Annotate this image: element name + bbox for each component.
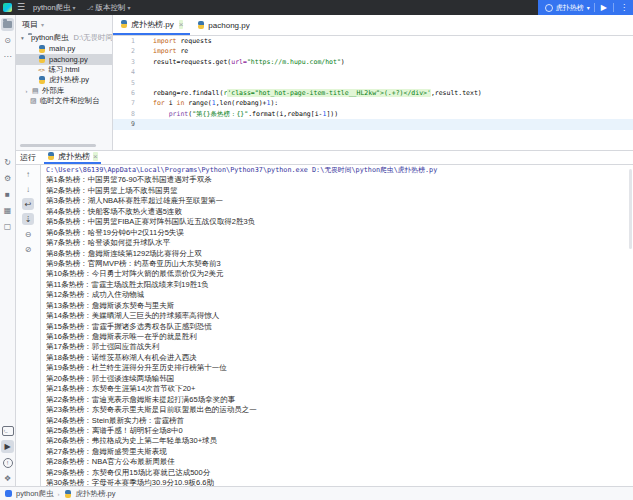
run-settings-icon[interactable]: ⚙ [1, 172, 14, 185]
console-line: 第7条热榜：哈登谈如何提升球队水平 [46, 238, 633, 248]
soft-wrap-icon[interactable]: ↩ [22, 198, 34, 210]
console-line: 第6条热榜：哈登19分钟6中2仅11分5失误 [46, 228, 633, 238]
line-number: 2 [113, 46, 141, 56]
line-number: 7 [113, 98, 141, 108]
console-line: 第11条热榜：雷霆主场战胜太阳战绩来到19胜1负 [46, 280, 633, 290]
breadcrumb-file[interactable]: 虎扑热榜.py [76, 489, 116, 499]
divider [613, 3, 614, 12]
rerun-icon[interactable]: ↻ [1, 156, 14, 169]
console-line: 第20条热榜：郭士强谈连续两场输韩国 [46, 374, 633, 384]
stop-icon[interactable]: ■ [1, 188, 14, 201]
terminal-icon: ›_ [2, 426, 14, 436]
run-panel-header: 运行 虎扑热榜 × [16, 151, 633, 163]
console-scrollbar[interactable] [629, 169, 632, 249]
console-command-line: C:\Users\86139\AppData\Local\Programs\Py… [46, 165, 633, 175]
code-area[interactable]: 1import requests2import re3result=reques… [113, 36, 633, 150]
print-icon[interactable]: ⊖ [22, 228, 34, 240]
scroll-down-icon[interactable]: ↓ [22, 183, 34, 195]
tree-item-main-py[interactable]: main.py [16, 44, 112, 55]
project-tree: ▾ python爬虫 D:\无畏时间\p main.py pachong.py … [16, 33, 112, 107]
divider [594, 3, 595, 12]
chevron-down-icon: ▾ [73, 4, 76, 11]
layout-icon[interactable]: ▦ [1, 204, 14, 217]
close-icon[interactable]: × [179, 20, 184, 29]
line-number: 3 [113, 57, 141, 67]
scroll-up-icon[interactable]: ↑ [22, 168, 34, 180]
console-line: 第29条热榜：东契奇仅用15场比赛就已达成500分 [46, 468, 633, 478]
python-file-icon [47, 152, 55, 160]
code-line: 5 [113, 78, 633, 88]
tree-item-label: 虎扑热榜.py [49, 75, 89, 85]
scroll-to-end-icon[interactable]: ⇣ [22, 213, 34, 225]
console-line: 第19条热榜：杜兰特生涯得分升至历史排行榜第十一位 [46, 363, 633, 373]
python-file-icon [38, 45, 46, 53]
more-tool-windows-icon[interactable]: ⋯ [1, 50, 14, 63]
tab-hupu-py[interactable]: 虎扑热榜.py × [113, 15, 190, 35]
vcs-selector[interactable]: ⎇ 版本控制 ▾ [84, 3, 134, 13]
html-file-icon: <> [38, 66, 45, 73]
code-text [141, 78, 153, 88]
tool-window-rail: ⊙ ⋯ ↻ ⚙ ■ ▦ ▢ ›_ ▶ ! ❖ [0, 15, 16, 487]
console-line: 第18条热榜：诺维茨基称湖人有机会进入西决 [46, 353, 633, 363]
main-menu-icon[interactable]: ☰ [17, 0, 25, 15]
chevron-right-icon: › [24, 88, 29, 94]
tree-item-external-libraries[interactable]: › ▤ 外部库 [16, 86, 112, 97]
code-text [141, 67, 153, 77]
console-line: 第26条热榜：弗拉格成为史上第二年轻单场30+球员 [46, 436, 633, 446]
run-config-selector[interactable]: 虎扑热榜 ▾ [545, 3, 590, 13]
branch-icon: ⎇ [87, 4, 94, 11]
console-line: 第17条热榜：郭士强回应首战失利 [46, 342, 633, 352]
run-panel: 运行 虎扑热榜 × ↑ ↓ ↩ ⇣ ⊖ ⊘ C:\Users\86139\App… [16, 150, 633, 487]
console-line: 第3条热榜：湖人NBA杯赛胜率超过雄鹿升至联盟第一 [46, 196, 633, 206]
clear-console-icon[interactable]: ⊘ [22, 243, 34, 255]
run-console[interactable]: C:\Users\86139\AppData\Local\Programs\Py… [41, 165, 633, 487]
tree-item-lianxi-html[interactable]: <> 练习.html [16, 65, 112, 76]
line-number: 1 [113, 36, 141, 46]
line-number: 4 [113, 67, 141, 77]
code-line: 6rebang=re.findall(r'class="hot_hot-page… [113, 88, 633, 98]
tree-item-label: pachong.py [49, 55, 88, 64]
tree-item-hupu-py[interactable]: 虎扑热榜.py [16, 75, 112, 86]
commit-tool-icon[interactable]: ⊙ [1, 34, 14, 47]
console-line: 第2条热榜：中国男篮上场不敌韩国男篮 [46, 186, 633, 196]
tree-item-pachong-py[interactable]: pachong.py [16, 54, 112, 65]
line-number: 5 [113, 78, 141, 88]
console-line: 第13条热榜：詹姆斯谈东契奇与里夫斯 [46, 301, 633, 311]
chevron-down-icon: ▾ [41, 21, 44, 28]
console-line: 第22条热榜：雷迪克表示詹姆斯未提起打满65场拿奖的事 [46, 395, 633, 405]
run-tool-icon[interactable]: ▶ [1, 440, 14, 453]
project-horizontal-scrollbar[interactable] [20, 144, 96, 147]
breadcrumb-project[interactable]: python爬虫 [16, 489, 54, 499]
editor-tab-bar: 虎扑热榜.py × pachong.py [113, 15, 633, 36]
terminal-tool-icon[interactable]: ›_ [1, 424, 14, 437]
more-actions-icon[interactable]: ⋮ [618, 0, 630, 15]
code-line: 3result=requests.get(url="https://m.hupu… [113, 57, 633, 67]
problems-tool-icon[interactable]: ! [1, 456, 14, 469]
code-line: 8 print("第{}条热榜：{}".format(i,rebang[i-1]… [113, 109, 633, 119]
rail-bottom-icons: ›_ ▶ ! ❖ [0, 421, 14, 485]
tab-pachong-py[interactable]: pachong.py [190, 15, 256, 35]
close-icon[interactable]: × [93, 152, 98, 161]
tree-root-python-crawler[interactable]: ▾ python爬虫 D:\无畏时间\p [16, 33, 112, 44]
tab-label: pachong.py [208, 21, 249, 30]
code-text: rebang=re.findall(r'class="hot_hot-page-… [141, 88, 482, 98]
tree-root-path: D:\无畏时间\p [74, 33, 112, 43]
console-line: 第12条热榜：成功入住动物城 [46, 290, 633, 300]
scratches-icon: ▨ [30, 97, 37, 105]
project-panel: 项目 ▾ ▾ python爬虫 D:\无畏时间\p main.py pachon… [16, 15, 112, 150]
editor-area: 虎扑热榜.py × pachong.py 1import requests2im… [112, 15, 633, 150]
console-line: 第4条热榜：快船客场不敌热火遭遇5连败 [46, 207, 633, 217]
project-tool-icon[interactable] [1, 18, 14, 31]
python-file-icon [64, 490, 72, 498]
console-line: 第14条热榜：美媒晒湖人三巨头的持球频率高得惊人 [46, 311, 633, 321]
run-tab[interactable]: 虎扑热榜 × [44, 150, 101, 164]
pycharm-window: ☰ python爬虫 ▾ ⎇ 版本控制 ▾ 虎扑热榜 ▾ ▶ ⋮ ⊙ ⋯ ↻ [0, 0, 633, 500]
run-button[interactable]: ▶ [599, 0, 609, 15]
restore-layout-icon[interactable]: ▢ [1, 220, 14, 233]
tree-item-scratches[interactable]: ▨ 临时文件和控制台 [16, 96, 112, 107]
project-selector[interactable]: python爬虫 ▾ [30, 3, 79, 13]
services-tool-icon[interactable]: ❖ [1, 472, 14, 485]
tab-label: 虎扑热榜.py [131, 19, 174, 30]
project-panel-header[interactable]: 项目 ▾ [16, 15, 112, 33]
run-panel-title: 运行 [20, 152, 36, 163]
